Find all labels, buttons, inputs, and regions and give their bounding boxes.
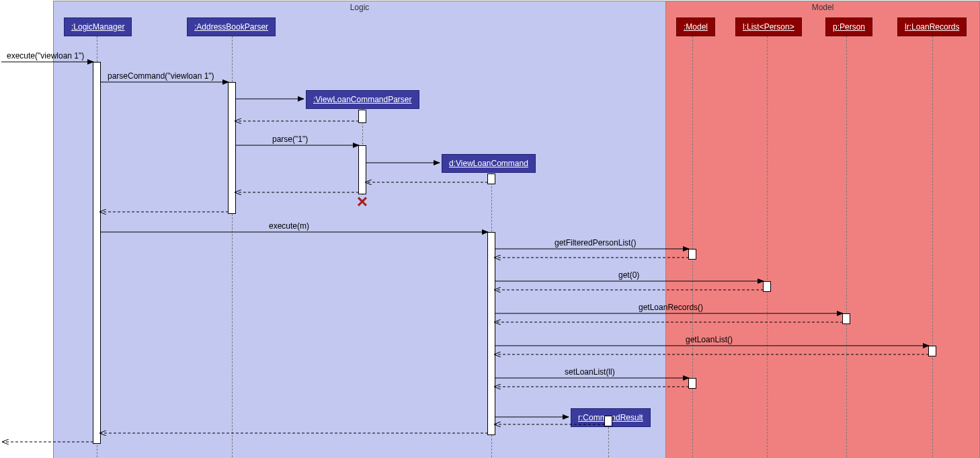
msg-parse: parse("1") (272, 135, 308, 144)
msg-execute-viewloan: execute("viewloan 1") (7, 51, 84, 61)
msg-execute-m: execute(m) (269, 221, 309, 231)
msg-get-loan-list: getLoanList() (686, 335, 733, 344)
msg-set-loan-list: setLoanList(ll) (565, 367, 615, 377)
msg-get-0: get(0) (618, 270, 639, 280)
msg-get-loan-records: getLoanRecords() (639, 303, 703, 312)
sequence-diagram: Logic Model :LogicManager :AddressBookPa… (0, 0, 980, 458)
msg-get-filtered: getFilteredPersonList() (555, 238, 636, 247)
msg-parse-command: parseCommand("viewloan 1") (108, 71, 214, 81)
arrows-layer (0, 0, 980, 458)
